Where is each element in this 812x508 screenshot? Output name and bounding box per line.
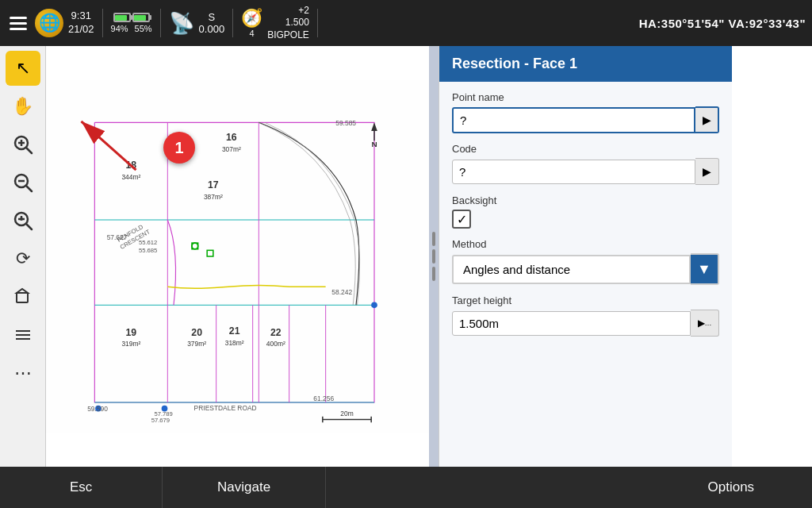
svg-line-5: [26, 186, 32, 191]
svg-text:PRIESTDALE ROAD: PRIESTDALE ROAD: [194, 404, 257, 412]
svg-text:379m²: 379m²: [187, 340, 206, 348]
rotate-tool-button[interactable]: ⟳: [6, 241, 40, 276]
top-bar: 🌐 9:31 21/02 94% 55% 📡 S 0.000 🧭 4 +2 1.…: [0, 0, 812, 46]
svg-line-8: [26, 224, 32, 229]
backsight-label: Backsight: [452, 194, 719, 206]
svg-text:21: 21: [229, 325, 240, 337]
instrument-icon: 📡: [169, 11, 194, 36]
point-name-label: Point name: [452, 91, 719, 103]
svg-text:59.590: 59.590: [87, 405, 108, 413]
layers-button[interactable]: [6, 318, 40, 352]
svg-text:58.242: 58.242: [331, 288, 352, 296]
main-content: ↖ ✋ ⟳ ⋯: [0, 46, 812, 467]
method-row: Angles and distance ▼: [452, 253, 719, 285]
more-button[interactable]: ⋯: [6, 356, 40, 391]
sep3: [232, 9, 233, 37]
map-svg: 16 307m² 18 344m² 17 387m² 19 319m² 20 3…: [46, 46, 429, 467]
menu-button[interactable]: [6, 13, 30, 33]
method-field: Method Angles and distance ▼: [452, 238, 719, 285]
svg-text:61.256: 61.256: [313, 394, 334, 402]
target-height-button[interactable]: ▶…: [691, 310, 719, 337]
esc-button[interactable]: Esc: [0, 467, 163, 508]
options-button[interactable]: Options: [650, 467, 812, 508]
svg-text:387m²: 387m²: [204, 193, 223, 201]
svg-text:318m²: 318m²: [225, 339, 244, 347]
svg-text:20m: 20m: [340, 410, 353, 418]
svg-text:344m²: 344m²: [121, 173, 140, 181]
svg-text:22: 22: [270, 327, 282, 338]
point-name-field: Point name ▶: [452, 91, 719, 133]
svg-text:400m²: 400m²: [266, 340, 285, 348]
svg-text:55.685: 55.685: [139, 247, 157, 254]
panel-body: Point name ▶ Code ▶ Backsight: [439, 82, 732, 467]
svg-point-11: [20, 217, 23, 221]
bottom-bar: Esc Navigate Options: [0, 467, 812, 508]
point-name-input[interactable]: [452, 107, 695, 133]
annotation-badge-1: 1: [163, 132, 195, 164]
code-field: Code ▶: [452, 143, 719, 185]
left-sidebar: ↖ ✋ ⟳ ⋯: [0, 46, 46, 467]
dist-display: +2 1.500 BIGPOLE: [267, 5, 309, 42]
zoom-out-button[interactable]: [6, 165, 40, 200]
svg-text:17: 17: [208, 179, 219, 190]
svg-text:307m²: 307m²: [222, 145, 241, 153]
svg-text:59.585: 59.585: [335, 119, 356, 127]
pan-tool-button[interactable]: ✋: [6, 89, 40, 124]
time-display: 9:31 21/02: [68, 10, 94, 37]
zoom-extent-button[interactable]: [6, 203, 40, 238]
panel-header: Resection - Face 1: [439, 46, 732, 82]
sep1: [102, 9, 103, 37]
compass-display: 🧭 4: [241, 8, 262, 38]
method-label: Method: [452, 238, 719, 250]
backsight-field: Backsight ✓: [452, 194, 719, 229]
svg-rect-18: [46, 80, 429, 433]
compass-icon: 🧭: [241, 8, 262, 29]
navigate-button[interactable]: Navigate: [163, 467, 325, 508]
svg-rect-12: [17, 293, 28, 302]
battery1-icon: [113, 13, 150, 22]
right-panel: Resection - Face 1 Point name ▶ Code: [439, 46, 732, 467]
target-height-input[interactable]: [452, 311, 691, 336]
ha-va-display: HA:350°51'54" VA:92°33'43": [326, 17, 806, 30]
3d-view-button[interactable]: [6, 279, 40, 314]
method-select-display[interactable]: Angles and distance: [452, 255, 691, 284]
svg-point-30: [371, 302, 377, 309]
point-name-arrow-button[interactable]: ▶: [695, 106, 719, 133]
svg-text:16: 16: [226, 132, 237, 143]
svg-text:57.679: 57.679: [151, 417, 170, 424]
code-label: Code: [452, 143, 719, 155]
svg-line-1: [26, 148, 32, 153]
code-input[interactable]: [452, 160, 695, 184]
svg-text:18: 18: [126, 160, 137, 171]
backsight-checkbox[interactable]: ✓: [452, 210, 471, 229]
method-dropdown-button[interactable]: ▼: [691, 253, 719, 285]
panel-title: Resection - Face 1: [452, 56, 577, 71]
globe-icon[interactable]: 🌐: [35, 9, 63, 37]
map-area[interactable]: 16 307m² 18 344m² 17 387m² 19 319m² 20 3…: [46, 46, 429, 467]
backsight-row: ✓: [452, 210, 719, 229]
target-height-label: Target height: [452, 294, 719, 306]
cursor-tool-button[interactable]: ↖: [6, 51, 40, 86]
target-height-field: Target height ▶…: [452, 294, 719, 337]
target-height-row: ▶…: [452, 310, 719, 337]
code-arrow-button[interactable]: ▶: [695, 158, 719, 185]
svg-text:20: 20: [191, 327, 202, 338]
svg-text:319m²: 319m²: [121, 340, 140, 348]
sep4: [317, 9, 318, 37]
zoom-in-button[interactable]: [6, 127, 40, 162]
battery1: 94% 55%: [111, 13, 152, 33]
svg-text:19: 19: [126, 327, 137, 338]
code-row: ▶: [452, 158, 719, 185]
sep2: [160, 9, 161, 37]
svg-text:57.789: 57.789: [154, 410, 172, 418]
panel-drag-handle[interactable]: [429, 46, 439, 467]
right-panel-container: Resection - Face 1 Point name ▶ Code: [429, 46, 812, 467]
svg-text:N: N: [371, 140, 377, 148]
point-name-row: ▶: [452, 106, 719, 133]
s-value: S 0.000: [199, 11, 225, 35]
svg-marker-13: [17, 289, 28, 293]
